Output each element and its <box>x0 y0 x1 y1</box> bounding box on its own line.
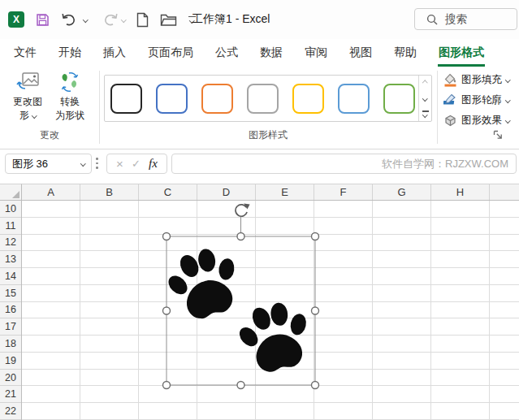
tab-home[interactable]: 开始 <box>58 39 82 67</box>
undo-dropdown-icon[interactable] <box>83 17 88 22</box>
tab-review[interactable]: 审阅 <box>304 39 328 67</box>
shape-fill-label: 图形填充 <box>461 73 502 87</box>
redo-icon <box>99 12 119 27</box>
convert-to-shape-button[interactable]: 转换 为形状 <box>49 70 91 122</box>
chevron-down-icon <box>422 96 427 101</box>
column-header-B[interactable]: B <box>80 184 139 200</box>
change-shape-icon <box>15 70 40 94</box>
convert-to-shape-label-line2: 为形状 <box>55 110 84 122</box>
save-button[interactable] <box>36 10 50 29</box>
gallery-scroll-down-button[interactable] <box>419 91 431 106</box>
shape-fill-dropdown-icon <box>505 77 510 82</box>
column-headers: ABCDEFGH <box>22 184 519 201</box>
change-group-label: 更改 <box>0 128 99 142</box>
column-header-C[interactable]: C <box>139 184 197 200</box>
shape-style-swatch-1[interactable] <box>110 84 142 114</box>
shape-outline-label: 图形轮廓 <box>461 93 502 107</box>
shape-style-swatch-5[interactable] <box>292 84 324 114</box>
row-header-14[interactable]: 14 <box>0 268 21 285</box>
ribbon: 更改图 形 转换 为形状 更改 <box>0 67 519 149</box>
column-header-G[interactable]: G <box>373 184 431 200</box>
dialog-launcher-button[interactable] <box>493 130 503 142</box>
shape-style-swatch-7[interactable] <box>383 84 415 114</box>
row-header-12[interactable]: 12 <box>0 235 21 252</box>
tab-insert[interactable]: 插入 <box>102 39 127 67</box>
tab-page-layout[interactable]: 页面布局 <box>147 39 194 67</box>
row-headers: 10111213141516171819202122 <box>0 201 22 420</box>
shape-style-gallery <box>104 75 432 122</box>
ribbon-tab-bar: 文件 开始 插入 页面布局 公式 数据 审阅 视图 帮助 图形格式 <box>0 39 519 67</box>
group-separator <box>437 71 438 144</box>
new-file-icon <box>136 12 149 28</box>
column-header-D[interactable]: D <box>197 184 256 200</box>
row-header-17[interactable]: 17 <box>0 318 21 336</box>
more-chevron-icon <box>422 112 427 117</box>
group-separator <box>99 71 100 144</box>
cancel-button: × <box>116 157 123 171</box>
chevron-up-icon <box>422 80 427 85</box>
shape-outline-dropdown-icon <box>505 97 510 102</box>
row-header-15[interactable]: 15 <box>0 285 21 302</box>
row-header-22[interactable]: 22 <box>0 403 21 420</box>
tab-view[interactable]: 视图 <box>348 39 373 67</box>
row-header-19[interactable]: 19 <box>0 353 21 370</box>
open-file-button[interactable] <box>160 10 177 29</box>
name-box-value: 图形 36 <box>12 157 48 171</box>
tab-help[interactable]: 帮助 <box>393 39 417 67</box>
tab-data[interactable]: 数据 <box>259 39 283 67</box>
column-header-F[interactable]: F <box>314 184 373 200</box>
search-placeholder: 搜索 <box>445 12 467 27</box>
undo-icon <box>61 12 80 27</box>
tab-formulas[interactable]: 公式 <box>214 39 239 67</box>
open-folder-icon <box>160 13 177 27</box>
column-header-H[interactable]: H <box>431 184 490 200</box>
row-header-16[interactable]: 16 <box>0 302 21 319</box>
insert-function-button[interactable]: fx <box>149 157 158 171</box>
formula-bar: 图形 36 × ✓ fx 软件自学网：RJZXW.COM <box>0 150 519 175</box>
change-shape-label-line1: 更改图 <box>13 96 42 108</box>
row-header-20[interactable]: 20 <box>0 370 21 387</box>
row-header-13[interactable]: 13 <box>0 251 21 268</box>
change-shape-label-line2: 形 <box>19 110 37 122</box>
convert-to-shape-label-line1: 转换 <box>60 96 80 108</box>
shape-style-swatch-2[interactable] <box>156 84 188 114</box>
shape-outline-button[interactable]: 图形轮廓 <box>443 92 510 108</box>
name-box[interactable]: 图形 36 <box>5 154 92 174</box>
column-header-E[interactable]: E <box>256 184 314 200</box>
gallery-more-button[interactable] <box>419 106 431 121</box>
redo-button <box>99 10 126 29</box>
row-header-11[interactable]: 11 <box>0 218 21 235</box>
convert-to-shape-icon <box>58 70 82 94</box>
shape-style-swatch-3[interactable] <box>201 84 233 114</box>
column-header-A[interactable]: A <box>22 184 80 200</box>
excel-logo-icon: X <box>8 11 24 28</box>
formula-bar-separator <box>96 158 98 169</box>
gallery-scrollbar <box>418 76 431 121</box>
cells-area[interactable] <box>22 201 519 420</box>
search-box[interactable]: 搜索 <box>414 8 517 30</box>
search-icon <box>426 14 438 25</box>
gallery-scroll-up-button[interactable] <box>419 76 431 91</box>
column-header-stub <box>490 184 519 200</box>
new-file-button[interactable] <box>136 10 149 29</box>
redo-dropdown-icon <box>121 17 126 22</box>
row-header-21[interactable]: 21 <box>0 386 21 403</box>
tab-shape-format[interactable]: 图形格式 <box>438 39 485 67</box>
select-all-button[interactable] <box>0 184 22 201</box>
spreadsheet-grid: ABCDEFGH 10111213141516171819202122 <box>0 184 519 420</box>
shape-style-swatch-4[interactable] <box>247 84 279 114</box>
shape-fill-button[interactable]: 图形填充 <box>443 71 510 88</box>
row-header-18[interactable]: 18 <box>0 336 21 353</box>
change-shape-button[interactable]: 更改图 形 <box>8 70 47 122</box>
formula-input[interactable]: 软件自学网：RJZXW.COM <box>171 154 517 174</box>
shape-effects-button[interactable]: 图形效果 <box>443 112 510 128</box>
shape-style-swatch-6[interactable] <box>338 84 370 114</box>
shape-effects-label: 图形效果 <box>461 114 502 128</box>
shape-style-swatches <box>105 76 418 121</box>
name-box-dropdown-icon[interactable] <box>80 161 85 166</box>
change-shape-dropdown-icon <box>32 113 37 118</box>
undo-button[interactable] <box>61 10 88 29</box>
tab-file[interactable]: 文件 <box>13 39 37 67</box>
row-header-10[interactable]: 10 <box>0 201 21 218</box>
shape-outline-icon <box>443 93 457 107</box>
